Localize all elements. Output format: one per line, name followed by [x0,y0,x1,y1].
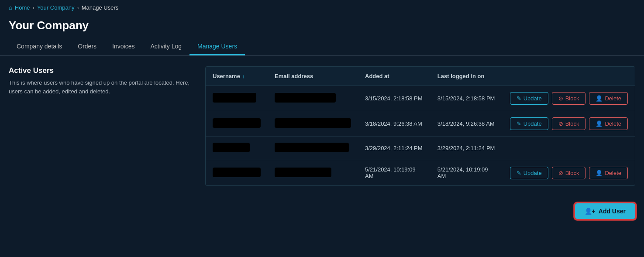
cell-last-logged-in: 3/18/2024, 9:26:38 AM [430,111,503,137]
breadcrumb-current: Manage Users [82,4,119,11]
section-description: This is where users who have signed up o… [9,79,192,96]
block-button[interactable]: ⊘Block [552,92,586,105]
pencil-icon: ✎ [517,95,521,102]
col-username: Username ↑ [206,67,268,86]
cell-last-logged-in: 3/15/2024, 2:18:58 PM [430,86,503,111]
update-label: Update [523,120,542,127]
cell-actions: ✎Update⊘Block👤Delete [503,160,635,186]
cell-added-at: 3/29/2024, 2:11:24 PM [358,137,430,160]
breadcrumb-home[interactable]: Home [15,4,30,11]
cell-username [206,160,268,186]
col-email: Email address [268,67,358,86]
table-row: 5/21/2024, 10:19:09 AM5/21/2024, 10:19:0… [206,160,635,186]
table-row: 3/15/2024, 2:18:58 PM3/15/2024, 2:18:58 … [206,86,635,111]
breadcrumb-sep-1: › [33,4,34,11]
update-button[interactable]: ✎Update [510,167,548,179]
cell-email [268,160,358,186]
cell-email [268,137,358,160]
block-label: Block [565,95,579,102]
tab-orders[interactable]: Orders [70,38,104,55]
users-table: Username ↑ Email address Added at Last l… [206,67,635,185]
delete-user-icon: 👤 [596,95,603,102]
block-button[interactable]: ⊘Block [552,117,586,130]
breadcrumb: ⌂ Home › Your Company › Manage Users [0,0,644,15]
tab-manage-users[interactable]: Manage Users [189,38,245,55]
block-icon: ⊘ [558,95,563,102]
cell-added-at: 3/15/2024, 2:18:58 PM [358,86,430,111]
users-table-container: Username ↑ Email address Added at Last l… [205,66,635,186]
add-user-icon: 👤+ [585,208,596,215]
cell-actions: ✎Update⊘Block👤Delete [503,111,635,137]
cell-added-at: 3/18/2024, 9:26:38 AM [358,111,430,137]
delete-button[interactable]: 👤Delete [589,167,628,179]
section-title: Active Users [9,66,192,75]
delete-user-icon: 👤 [596,120,603,127]
cell-email [268,111,358,137]
table-header-row: Username ↑ Email address Added at Last l… [206,67,635,86]
cell-actions [503,137,635,160]
col-actions [503,67,635,86]
update-label: Update [523,170,542,176]
cell-actions: ✎Update⊘Block👤Delete [503,86,635,111]
delete-button[interactable]: 👤Delete [589,92,628,105]
block-label: Block [565,170,579,176]
tab-activity-log[interactable]: Activity Log [142,38,189,55]
left-panel: Active Users This is where users who hav… [9,66,192,186]
block-label: Block [565,120,579,127]
pencil-icon: ✎ [517,170,521,176]
col-added-at: Added at [358,67,430,86]
update-button[interactable]: ✎Update [510,92,548,105]
tab-company-details[interactable]: Company details [9,38,70,55]
delete-button[interactable]: 👤Delete [589,117,628,130]
update-button[interactable]: ✎Update [510,117,548,130]
block-icon: ⊘ [558,170,563,176]
delete-label: Delete [605,95,621,102]
col-last-logged-in: Last logged in on [430,67,503,86]
cell-email [268,86,358,111]
add-user-button[interactable]: 👤+ Add User [575,203,635,219]
cell-last-logged-in: 5/21/2024, 10:19:09 AM [430,160,503,186]
cell-username [206,86,268,111]
cell-last-logged-in: 3/29/2024, 2:11:24 PM [430,137,503,160]
breadcrumb-sep-2: › [77,4,79,11]
sort-asc-icon[interactable]: ↑ [242,74,245,79]
block-button[interactable]: ⊘Block [552,167,586,179]
delete-label: Delete [605,120,621,127]
page-title: Your Company [9,19,635,32]
home-icon: ⌂ [9,4,12,11]
add-user-label: Add User [599,208,626,215]
pencil-icon: ✎ [517,120,521,127]
table-row: 3/18/2024, 9:26:38 AM3/18/2024, 9:26:38 … [206,111,635,137]
tab-bar: Company details Orders Invoices Activity… [0,38,644,56]
cell-added-at: 5/21/2024, 10:19:09 AM [358,160,430,186]
tab-invoices[interactable]: Invoices [104,38,142,55]
content-area: Active Users This is where users who hav… [0,56,644,196]
table-row: 3/29/2024, 2:11:24 PM3/29/2024, 2:11:24 … [206,137,635,160]
page-header: Your Company [0,15,644,32]
cell-username [206,111,268,137]
breadcrumb-company[interactable]: Your Company [37,4,75,11]
add-user-container: 👤+ Add User [0,196,644,226]
cell-username [206,137,268,160]
update-label: Update [523,95,542,102]
delete-label: Delete [605,170,621,176]
delete-user-icon: 👤 [596,170,603,176]
block-icon: ⊘ [558,120,563,127]
